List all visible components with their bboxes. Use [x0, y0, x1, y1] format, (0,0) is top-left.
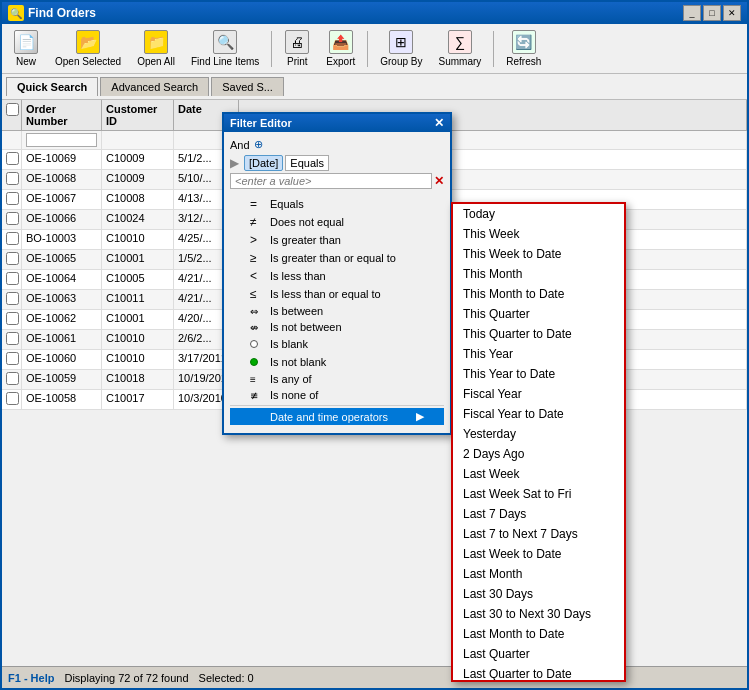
date-last-30-days-item[interactable]: Last 30 Days — [453, 584, 624, 604]
date-last-month-to-date-item[interactable]: Last Month to Date — [453, 624, 624, 644]
main-window: 🔍 Find Orders _ □ ✕ 📄 New 📂 Open Selecte… — [0, 0, 749, 690]
date-last-week-item[interactable]: Last Week — [453, 464, 624, 484]
select-all-checkbox[interactable] — [6, 103, 19, 116]
customer-id-col-header[interactable]: Customer ID — [102, 100, 174, 130]
date-this-week-to-date-item[interactable]: This Week to Date — [453, 244, 624, 264]
date-this-year-to-date-item[interactable]: This Year to Date — [453, 364, 624, 384]
row-customer: C10005 — [102, 270, 174, 289]
filter-not-blank-item[interactable]: Is not blank — [230, 353, 444, 371]
row-check[interactable] — [2, 190, 22, 209]
row-customer: C10024 — [102, 210, 174, 229]
row-order: OE-10059 — [22, 370, 102, 389]
row-check[interactable] — [2, 170, 22, 189]
any-of-label: Is any of — [270, 373, 312, 385]
row-customer: C10011 — [102, 290, 174, 309]
filter-condition-remove-button[interactable]: ✕ — [434, 174, 444, 188]
row-check[interactable] — [2, 310, 22, 329]
filter-greater-item[interactable]: > Is greater than — [230, 231, 444, 249]
date-last-month-item[interactable]: Last Month — [453, 564, 624, 584]
date-this-month-to-date-item[interactable]: This Month to Date — [453, 284, 624, 304]
filter-date-operators-item[interactable]: Date and time operators ▶ — [230, 408, 444, 425]
row-check[interactable] — [2, 350, 22, 369]
filter-not-between-item[interactable]: ⇎ Is not between — [230, 319, 444, 335]
row-check[interactable] — [2, 210, 22, 229]
date-last-week-to-date-item[interactable]: Last Week to Date — [453, 544, 624, 564]
refresh-icon: 🔄 — [512, 30, 536, 54]
row-check[interactable] — [2, 150, 22, 169]
date-fiscal-year-to-date-item[interactable]: Fiscal Year to Date — [453, 404, 624, 424]
date-operators-submenu: Today This Week This Week to Date This M… — [451, 202, 626, 682]
row-check[interactable] — [2, 390, 22, 409]
status-bar: F1 - Help Displaying 72 of 72 found Sele… — [2, 666, 747, 688]
export-button[interactable]: 📤 Export — [319, 27, 362, 70]
date-this-week-item[interactable]: This Week — [453, 224, 624, 244]
not-blank-label: Is not blank — [270, 356, 326, 368]
filter-editor-close-button[interactable]: ✕ — [434, 116, 444, 130]
advanced-search-tab[interactable]: Advanced Search — [100, 77, 209, 96]
filter-field-tag[interactable]: [Date] — [244, 155, 283, 171]
filter-less-item[interactable]: < Is less than — [230, 267, 444, 285]
row-order: OE-10061 — [22, 330, 102, 349]
search-order-cell[interactable] — [22, 131, 102, 149]
summary-label: Summary — [439, 56, 482, 67]
row-order: OE-10069 — [22, 150, 102, 169]
date-this-month-item[interactable]: This Month — [453, 264, 624, 284]
new-button[interactable]: 📄 New — [6, 27, 46, 70]
filter-not-equal-item[interactable]: ≠ Does not equal — [230, 213, 444, 231]
date-last-week-sat-fri-item[interactable]: Last Week Sat to Fri — [453, 484, 624, 504]
filter-value-input[interactable] — [230, 173, 432, 189]
date-last-7-days-item[interactable]: Last 7 Days — [453, 504, 624, 524]
row-check[interactable] — [2, 250, 22, 269]
filter-editor-title-bar: Filter Editor ✕ — [224, 114, 450, 132]
filter-equals-item[interactable]: = Equals — [230, 195, 444, 213]
minimize-button[interactable]: _ — [683, 5, 701, 21]
find-line-items-button[interactable]: 🔍 Find Line Items — [184, 27, 266, 70]
none-of-symbol: ≢ — [250, 390, 264, 401]
date-this-quarter-item[interactable]: This Quarter — [453, 304, 624, 324]
filter-between-item[interactable]: ⇔ Is between — [230, 303, 444, 319]
print-button[interactable]: 🖨 Print — [277, 27, 317, 70]
open-selected-button[interactable]: 📂 Open Selected — [48, 27, 128, 70]
refresh-button[interactable]: 🔄 Refresh — [499, 27, 548, 70]
row-check[interactable] — [2, 370, 22, 389]
new-icon: 📄 — [14, 30, 38, 54]
row-check[interactable] — [2, 230, 22, 249]
date-today-item[interactable]: Today — [453, 204, 624, 224]
filter-logic-add-button[interactable]: ⊕ — [254, 138, 263, 151]
between-label: Is between — [270, 305, 323, 317]
row-check[interactable] — [2, 330, 22, 349]
date-2-days-ago-item[interactable]: 2 Days Ago — [453, 444, 624, 464]
toolbar: 📄 New 📂 Open Selected 📁 Open All 🔍 Find … — [2, 24, 747, 74]
summary-button[interactable]: ∑ Summary — [432, 27, 489, 70]
date-last-quarter-item[interactable]: Last Quarter — [453, 644, 624, 664]
open-all-button[interactable]: 📁 Open All — [130, 27, 182, 70]
close-button[interactable]: ✕ — [723, 5, 741, 21]
filter-any-of-item[interactable]: ≡ Is any of — [230, 371, 444, 387]
order-search-input[interactable] — [26, 133, 97, 147]
date-fiscal-year-item[interactable]: Fiscal Year — [453, 384, 624, 404]
filter-less-equal-item[interactable]: ≤ Is less than or equal to — [230, 285, 444, 303]
open-all-label: Open All — [137, 56, 175, 67]
date-yesterday-item[interactable]: Yesterday — [453, 424, 624, 444]
filter-blank-item[interactable]: Is blank — [230, 335, 444, 353]
filter-operator-button[interactable]: Equals — [285, 155, 329, 171]
group-by-button[interactable]: ⊞ Group By — [373, 27, 429, 70]
displaying-label: Displaying 72 of 72 found — [64, 672, 188, 684]
none-of-label: Is none of — [270, 389, 318, 401]
maximize-button[interactable]: □ — [703, 5, 721, 21]
saved-search-tab[interactable]: Saved S... — [211, 77, 284, 96]
date-last-7-next-7-item[interactable]: Last 7 to Next 7 Days — [453, 524, 624, 544]
date-this-quarter-to-date-item[interactable]: This Quarter to Date — [453, 324, 624, 344]
filter-editor-title-text: Filter Editor — [230, 117, 292, 129]
date-last-quarter-to-date-item[interactable]: Last Quarter to Date — [453, 664, 624, 682]
date-last-30-next-30-item[interactable]: Last 30 to Next 30 Days — [453, 604, 624, 624]
date-this-year-item[interactable]: This Year — [453, 344, 624, 364]
order-number-col-header[interactable]: Order Number — [22, 100, 102, 130]
row-check[interactable] — [2, 270, 22, 289]
filter-greater-equal-item[interactable]: ≥ Is greater than or equal to — [230, 249, 444, 267]
greater-symbol: > — [250, 233, 264, 247]
equals-symbol: = — [250, 197, 264, 211]
quick-search-tab[interactable]: Quick Search — [6, 77, 98, 96]
filter-none-of-item[interactable]: ≢ Is none of — [230, 387, 444, 403]
row-check[interactable] — [2, 290, 22, 309]
